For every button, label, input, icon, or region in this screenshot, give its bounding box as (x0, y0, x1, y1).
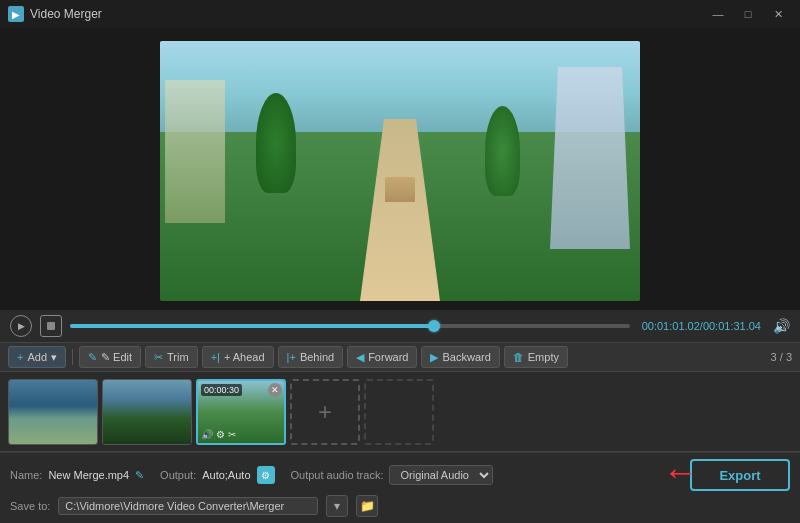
behind-icon: |+ (287, 351, 296, 363)
audio-label: Output audio track: (291, 469, 384, 481)
backward-label: Backward (442, 351, 490, 363)
edit-label: ✎ Edit (101, 351, 132, 364)
trim-label: Trim (167, 351, 189, 363)
clip-item-1[interactable] (8, 379, 98, 445)
path-dropdown-button[interactable]: ▾ (326, 495, 348, 517)
play-button[interactable]: ▶ (10, 315, 32, 337)
clip2-thumbnail (103, 380, 191, 444)
export-button[interactable]: Export (690, 459, 790, 491)
bottom-row2: Save to: ▾ 📁 (10, 495, 790, 517)
progress-bar[interactable] (70, 324, 630, 328)
empty-label: Empty (528, 351, 559, 363)
total-time: 00:01:31.04 (703, 320, 761, 332)
name-value: New Merge.mp4 (48, 469, 129, 481)
clip1-thumbnail (9, 380, 97, 444)
time-display: 00:01:01.02/00:01:31.04 (642, 320, 761, 332)
separator-1 (72, 349, 73, 365)
save-label: Save to: (10, 500, 50, 512)
output-settings-icon[interactable]: ⚙ (257, 466, 275, 484)
clip3-cut-icon[interactable]: ✂ (228, 429, 236, 440)
clip3-controls: 🔊 ⚙ ✂ (201, 429, 236, 440)
video-preview-area (0, 28, 800, 310)
forward-button[interactable]: ◀ Forward (347, 346, 417, 368)
add-label: Add (27, 351, 47, 363)
clip3-close-button[interactable]: ✕ (268, 383, 282, 397)
edit-icon: ✎ (88, 351, 97, 364)
window-controls: — □ ✕ (704, 4, 792, 24)
video-frame (160, 41, 640, 301)
behind-label: Behind (300, 351, 334, 363)
empty-button[interactable]: 🗑 Empty (504, 346, 568, 368)
progress-thumb[interactable] (428, 320, 440, 332)
clip3-audio-icon[interactable]: 🔊 (201, 429, 213, 440)
edit-button[interactable]: ✎ ✎ Edit (79, 346, 141, 368)
name-edit-icon[interactable]: ✎ (135, 469, 144, 482)
playback-bar: ▶ 00:01:01.02/00:01:31.04 🔊 (0, 310, 800, 342)
ahead-icon: +| (211, 351, 220, 363)
name-label: Name: (10, 469, 42, 481)
titlebar-left: ▶ Video Merger (8, 6, 102, 22)
stop-icon (47, 322, 55, 330)
titlebar: ▶ Video Merger — □ ✕ (0, 0, 800, 28)
tree-right (485, 106, 520, 196)
bottom-row1: Name: New Merge.mp4 ✎ Output: Auto;Auto … (10, 459, 790, 491)
main-content: ▶ 00:01:01.02/00:01:31.04 🔊 + Add ▾ ✎ ✎ … (0, 28, 800, 523)
volume-icon[interactable]: 🔊 (773, 318, 790, 334)
add-button[interactable]: + Add ▾ (8, 346, 66, 368)
behind-button[interactable]: |+ Behind (278, 346, 344, 368)
add-icon: + (17, 351, 23, 363)
backward-button[interactable]: ▶ Backward (421, 346, 499, 368)
current-time: 00:01:01.02 (642, 320, 700, 332)
audio-track-select[interactable]: Original Audio (389, 465, 493, 485)
ahead-label: + Ahead (224, 351, 265, 363)
building-right (550, 67, 630, 249)
maximize-button[interactable]: □ (734, 4, 762, 24)
backward-icon: ▶ (430, 351, 438, 364)
clip3-duration: 00:00:30 (201, 384, 242, 396)
name-group: Name: New Merge.mp4 ✎ (10, 469, 144, 482)
main-wrapper: ▶ 00:01:01.02/00:01:31.04 🔊 + Add ▾ ✎ ✎ … (0, 28, 800, 523)
clip-placeholder (364, 379, 434, 445)
tree-left (256, 93, 296, 193)
clip3-settings-icon[interactable]: ⚙ (216, 429, 225, 440)
clip-count: 3 / 3 (771, 351, 792, 363)
add-dropdown-icon: ▾ (51, 351, 57, 364)
output-group: Output: Auto;Auto ⚙ (160, 466, 274, 484)
ahead-button[interactable]: +| + Ahead (202, 346, 274, 368)
stop-button[interactable] (40, 315, 62, 337)
audio-group: Output audio track: Original Audio (291, 465, 494, 485)
trash-icon: 🗑 (513, 351, 524, 363)
timeline-area: 00:00:30 ✕ 🔊 ⚙ ✂ + (0, 372, 800, 452)
trim-button[interactable]: ✂ Trim (145, 346, 198, 368)
video-player[interactable] (160, 41, 640, 301)
forward-label: Forward (368, 351, 408, 363)
clip-item-3[interactable]: 00:00:30 ✕ 🔊 ⚙ ✂ (196, 379, 286, 445)
forward-icon: ◀ (356, 351, 364, 364)
app-icon: ▶ (8, 6, 24, 22)
clip-item-2[interactable] (102, 379, 192, 445)
minimize-button[interactable]: — (704, 4, 732, 24)
bottom-bar: Name: New Merge.mp4 ✎ Output: Auto;Auto … (0, 452, 800, 523)
save-path-input[interactable] (58, 497, 318, 515)
output-label: Output: (160, 469, 196, 481)
building-left (165, 80, 225, 223)
monument (385, 177, 415, 202)
toolbar: + Add ▾ ✎ ✎ Edit ✂ Trim +| + Ahead |+ Be… (0, 342, 800, 372)
output-value: Auto;Auto (202, 469, 250, 481)
progress-fill (70, 324, 434, 328)
app-title: Video Merger (30, 7, 102, 21)
open-folder-button[interactable]: 📁 (356, 495, 378, 517)
trim-icon: ✂ (154, 351, 163, 364)
add-clip-button[interactable]: + (290, 379, 360, 445)
close-button[interactable]: ✕ (764, 4, 792, 24)
